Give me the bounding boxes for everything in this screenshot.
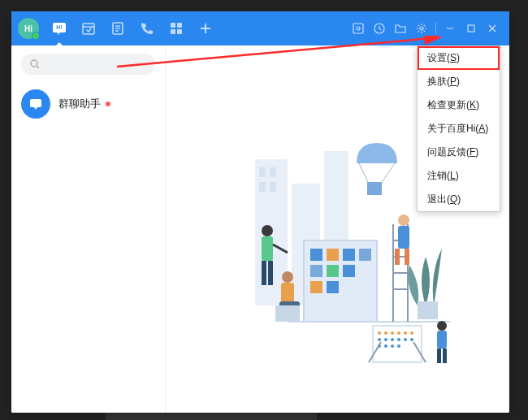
svg-rect-36 <box>310 249 322 261</box>
divider <box>435 23 436 34</box>
svg-rect-30 <box>270 182 276 192</box>
svg-rect-86 <box>437 349 441 363</box>
svg-line-32 <box>359 163 369 184</box>
svg-rect-47 <box>281 283 294 303</box>
svg-rect-85 <box>437 331 447 349</box>
svg-rect-53 <box>268 261 273 285</box>
tab-apps[interactable] <box>162 11 190 45</box>
menu-item-1[interactable]: 换肤(P) <box>418 70 500 93</box>
app-window: Hi H! <box>11 11 509 413</box>
svg-point-72 <box>378 338 381 341</box>
svg-text:H!: H! <box>56 24 62 30</box>
titlebar-right <box>348 11 503 45</box>
svg-rect-43 <box>310 281 322 293</box>
svg-point-68 <box>391 331 394 335</box>
svg-point-71 <box>410 331 413 335</box>
conv-name-text: 群聊助手 <box>58 97 101 111</box>
svg-point-75 <box>397 338 400 341</box>
svg-point-66 <box>378 331 381 335</box>
svg-rect-62 <box>398 226 409 249</box>
phone-icon <box>140 21 154 36</box>
maximize-button[interactable] <box>461 11 482 45</box>
conversation-item[interactable]: 群聊助手 <box>11 81 165 127</box>
screenshot-button[interactable] <box>348 11 369 45</box>
avatar[interactable]: Hi <box>18 18 39 39</box>
svg-rect-41 <box>327 265 339 277</box>
svg-point-80 <box>391 344 394 348</box>
group-chat-icon <box>28 96 44 112</box>
tab-chat[interactable]: H! <box>45 11 73 45</box>
unread-dot <box>106 102 110 106</box>
svg-point-77 <box>410 338 413 341</box>
chat-icon: H! <box>51 20 67 37</box>
svg-point-70 <box>404 331 407 335</box>
svg-point-79 <box>384 344 387 348</box>
svg-rect-52 <box>262 261 266 285</box>
close-icon <box>487 24 497 33</box>
screenshot-icon <box>353 23 364 34</box>
contacts-icon <box>110 21 125 36</box>
gear-icon <box>416 23 427 34</box>
svg-rect-27 <box>259 167 266 177</box>
svg-point-21 <box>31 60 37 67</box>
svg-point-81 <box>397 344 400 348</box>
menu-item-0[interactable]: 设置(S) <box>418 46 500 70</box>
maximize-icon <box>466 24 476 33</box>
tab-calendar[interactable] <box>75 11 102 45</box>
history-icon <box>374 23 385 34</box>
calendar-icon <box>81 21 96 36</box>
svg-rect-42 <box>343 265 355 277</box>
menu-item-3[interactable]: 关于百度Hi(A) <box>418 117 500 141</box>
menu-item-6[interactable]: 退出(Q) <box>418 188 500 211</box>
svg-rect-64 <box>405 249 409 265</box>
folder-icon <box>395 23 406 34</box>
svg-rect-38 <box>343 249 355 261</box>
svg-rect-51 <box>262 236 273 261</box>
svg-point-73 <box>384 338 387 341</box>
svg-rect-10 <box>177 29 182 34</box>
svg-point-61 <box>398 214 409 226</box>
menu-item-5[interactable]: 注销(L) <box>418 164 500 188</box>
conv-name: 群聊助手 <box>58 97 110 111</box>
search-wrap <box>11 45 165 81</box>
settings-menu: 设置(S)换肤(P)检查更新(K)关于百度Hi(A)问题反馈(F)注销(L)退出… <box>417 45 500 212</box>
svg-rect-63 <box>395 249 400 265</box>
titlebar: Hi H! <box>11 11 509 45</box>
tab-add[interactable] <box>192 11 219 45</box>
menu-item-4[interactable]: 问题反馈(F) <box>418 141 500 164</box>
history-button[interactable] <box>369 11 390 45</box>
tab-contacts[interactable] <box>104 11 132 45</box>
svg-point-76 <box>404 338 407 341</box>
apps-icon <box>170 22 183 35</box>
menu-item-2[interactable]: 检查更新(K) <box>418 93 500 117</box>
svg-rect-39 <box>359 249 371 261</box>
tab-phone[interactable] <box>133 11 161 45</box>
svg-rect-13 <box>353 24 363 33</box>
search-input[interactable] <box>21 54 155 75</box>
svg-rect-23 <box>30 99 41 107</box>
nav-tabs: H! <box>45 11 219 45</box>
add-icon <box>199 22 212 35</box>
svg-point-69 <box>397 331 400 335</box>
svg-rect-9 <box>171 29 175 34</box>
svg-rect-37 <box>327 249 339 261</box>
svg-point-67 <box>384 331 387 335</box>
settings-button[interactable] <box>411 11 432 45</box>
svg-point-74 <box>391 338 394 341</box>
svg-rect-49 <box>275 305 300 322</box>
minimize-icon <box>445 24 455 33</box>
svg-line-33 <box>381 163 395 184</box>
avatar-text: Hi <box>24 24 32 33</box>
svg-rect-8 <box>177 23 182 28</box>
svg-point-84 <box>437 321 447 331</box>
minimize-button[interactable] <box>439 11 461 45</box>
svg-rect-44 <box>327 281 339 293</box>
folder-button[interactable] <box>390 11 411 45</box>
sidebar: 群聊助手 <box>11 45 166 413</box>
svg-rect-34 <box>367 182 382 195</box>
svg-rect-40 <box>310 265 322 277</box>
conv-avatar <box>21 89 50 119</box>
svg-rect-7 <box>171 23 175 28</box>
close-button[interactable] <box>482 11 503 45</box>
svg-rect-28 <box>270 167 276 177</box>
